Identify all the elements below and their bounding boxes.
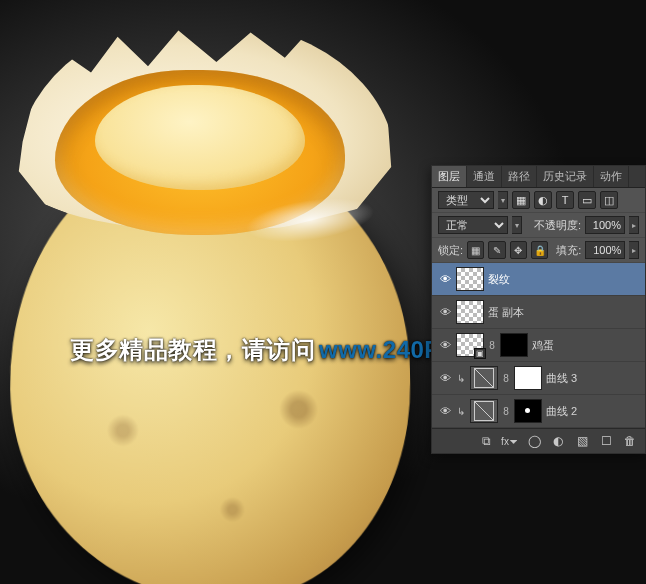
tab-history[interactable]: 历史记录 [537,166,594,187]
new-group-icon[interactable]: ▧ [573,433,591,449]
smart-object-badge: ▣ [474,348,486,359]
filter-adjust-icon[interactable]: ◐ [534,191,552,209]
link-layers-icon[interactable]: ⧉ [477,433,495,449]
adjust-thumb[interactable] [470,399,498,423]
mask-thumb[interactable] [514,366,542,390]
dropdown-icon[interactable]: ▸ [629,241,639,259]
panel-tabs: 图层 通道 路径 历史记录 动作 [432,166,645,188]
layer-name[interactable]: 曲线 3 [546,371,639,386]
mask-thumb[interactable] [500,333,528,357]
panel-footer: ⧉ fx⏷ ◯ ◐ ▧ ☐ 🗑 [432,428,645,453]
layer-row[interactable]: 👁 ▣ 8 鸡蛋 [432,329,645,362]
layer-name[interactable]: 曲线 2 [546,404,639,419]
layer-thumb[interactable]: ▣ [456,333,484,357]
visibility-icon[interactable]: 👁 [438,305,452,319]
layer-name[interactable]: 蛋 副本 [488,305,639,320]
blend-row: 正常 ▾ 不透明度: ▸ [432,213,645,238]
layers-list: 👁 裂纹 👁 蛋 副本 👁 ▣ 8 鸡蛋 👁 ↳ 8 曲线 3 👁 ↳ [432,263,645,428]
filter-smart-icon[interactable]: ◫ [600,191,618,209]
filter-type-icon[interactable]: T [556,191,574,209]
adjustment-layer-icon[interactable]: ◐ [549,433,567,449]
visibility-icon[interactable]: 👁 [438,338,452,352]
opacity-input[interactable] [585,216,625,234]
dropdown-icon[interactable]: ▾ [512,216,522,234]
visibility-icon[interactable]: 👁 [438,272,452,286]
visibility-icon[interactable]: 👁 [438,404,452,418]
canvas [0,0,430,584]
new-layer-icon[interactable]: ☐ [597,433,615,449]
tab-channels[interactable]: 通道 [467,166,502,187]
layer-row[interactable]: 👁 裂纹 [432,263,645,296]
tab-layers[interactable]: 图层 [432,166,467,187]
layer-kind-select[interactable]: 类型 [438,191,494,209]
lock-row: 锁定: ▦ ✎ ✥ 🔒 填充: ▸ [432,238,645,263]
layers-panel: 图层 通道 路径 历史记录 动作 类型 ▾ ▦ ◐ T ▭ ◫ 正常 ▾ 不透明… [431,165,646,454]
lock-label: 锁定: [438,243,463,258]
blend-mode-select[interactable]: 正常 [438,216,508,234]
tab-actions[interactable]: 动作 [594,166,629,187]
filter-pixel-icon[interactable]: ▦ [512,191,530,209]
filter-row: 类型 ▾ ▦ ◐ T ▭ ◫ [432,188,645,213]
adjust-thumb[interactable] [470,366,498,390]
watermark-part1: 更多精品教程，请访问 [70,334,315,366]
layer-thumb[interactable] [456,300,484,324]
layer-row[interactable]: 👁 ↳ 8 曲线 3 [432,362,645,395]
lock-pixels-icon[interactable]: ✎ [488,241,505,259]
fill-input[interactable] [585,241,625,259]
link-icon[interactable]: 8 [502,373,510,384]
link-icon[interactable]: 8 [488,340,496,351]
delete-layer-icon[interactable]: 🗑 [621,433,639,449]
clip-icon: ↳ [456,406,466,417]
layer-fx-icon[interactable]: fx⏷ [501,433,519,449]
dropdown-icon[interactable]: ▾ [498,191,508,209]
visibility-icon[interactable]: 👁 [438,371,452,385]
add-mask-icon[interactable]: ◯ [525,433,543,449]
fill-label: 填充: [556,243,581,258]
layer-thumb[interactable] [456,267,484,291]
filter-shape-icon[interactable]: ▭ [578,191,596,209]
layer-row[interactable]: 👁 蛋 副本 [432,296,645,329]
lock-all-icon[interactable]: 🔒 [531,241,548,259]
lock-transparent-icon[interactable]: ▦ [467,241,484,259]
layer-name[interactable]: 鸡蛋 [532,338,639,353]
dropdown-icon[interactable]: ▸ [629,216,639,234]
opacity-label: 不透明度: [534,218,581,233]
mask-thumb[interactable] [514,399,542,423]
tab-paths[interactable]: 路径 [502,166,537,187]
layer-name[interactable]: 裂纹 [488,272,639,287]
clip-icon: ↳ [456,373,466,384]
lock-position-icon[interactable]: ✥ [510,241,527,259]
egg-yolk-top [95,85,305,190]
link-icon[interactable]: 8 [502,406,510,417]
layer-row[interactable]: 👁 ↳ 8 曲线 2 [432,395,645,428]
